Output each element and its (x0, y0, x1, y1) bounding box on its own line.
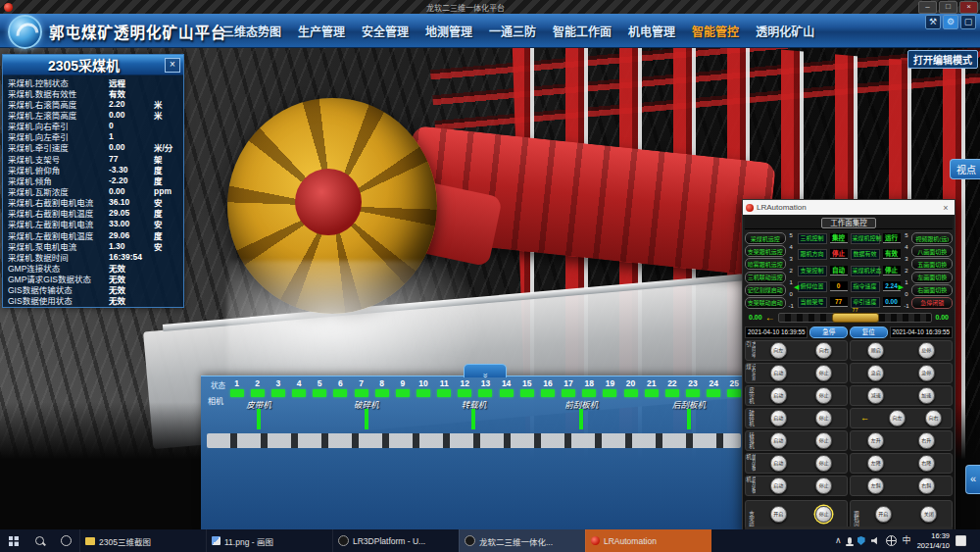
taskbar-task[interactable]: 11.png - 画图 (206, 529, 332, 552)
control-button[interactable]: 总停 (918, 342, 935, 359)
control-button[interactable]: 停止 (815, 365, 832, 381)
control-button[interactable]: 启动 (770, 387, 787, 404)
camera-filmstrip[interactable] (207, 433, 741, 448)
control-row: 前刮板机 启动 停止 (745, 453, 848, 474)
control-button[interactable]: 右降 (918, 455, 935, 472)
control-button[interactable]: 加速 (918, 387, 935, 404)
gear-icon[interactable]: ⚙ (943, 15, 958, 29)
control-button[interactable]: 顺启 (867, 342, 884, 359)
control-button[interactable]: 启动 (770, 477, 787, 494)
search-button[interactable] (26, 529, 53, 552)
maximize-button[interactable]: □ (939, 1, 957, 14)
control-button[interactable]: 急启 (867, 365, 884, 381)
control-button[interactable]: 右斜 (918, 477, 935, 494)
control-button[interactable]: 启动 (770, 455, 787, 472)
tools-icon[interactable]: ⚒ (925, 15, 941, 29)
shearer-panel-close-icon[interactable]: × (165, 58, 180, 73)
control-button[interactable]: 停止 (815, 477, 832, 494)
speaker-icon[interactable] (871, 536, 880, 545)
shearer-row: GMP连接状态 无效 (8, 262, 179, 273)
taskbar-task[interactable]: 2305三维截图 (79, 529, 206, 552)
taskbar-task[interactable]: LR3DPlatform - U... (332, 529, 459, 552)
camera-thumbnail[interactable] (471, 409, 475, 429)
nav-item[interactable]: 一通三防 (489, 23, 536, 39)
control-rows-right: ← 顺启 总停 ← 急启 急停 (850, 340, 953, 498)
lr-video-button[interactable]: 急停闭锁 (911, 297, 953, 309)
tray-expand-icon[interactable]: ∧ (835, 536, 842, 545)
control-button[interactable]: 向右 (925, 410, 942, 427)
nav-item[interactable]: 安全管理 (362, 23, 409, 39)
control-button[interactable]: 启动 (770, 432, 787, 449)
reset-button[interactable]: 复位 (850, 326, 888, 338)
control-button[interactable]: 右升 (918, 432, 935, 449)
collapse-right-icon[interactable]: « (965, 465, 980, 494)
nav-item[interactable]: 透明化矿山 (756, 23, 814, 39)
control-button[interactable]: 启动 (770, 410, 787, 427)
nav-item[interactable]: 地测管理 (425, 23, 472, 39)
control-button[interactable]: 停止 (815, 410, 832, 427)
lr-mode-button[interactable]: 支架联动启动 (745, 297, 786, 309)
lr-mode-button[interactable]: 三机联动远控 (745, 272, 786, 283)
control-button[interactable]: 向左 (889, 410, 906, 427)
camera-thumbnail[interactable] (365, 409, 368, 429)
control-button[interactable]: 左斜 (867, 477, 884, 494)
security-shield-icon[interactable] (858, 536, 865, 545)
control-button[interactable]: 停止 (815, 455, 832, 472)
start-button[interactable] (0, 529, 26, 552)
camera-thumbnail[interactable] (257, 409, 261, 429)
open-edit-mode-button[interactable]: 打开编辑模式 (907, 50, 978, 69)
lr-mode-button[interactable]: 喷雾跟机远控 (745, 258, 786, 270)
cortana-button[interactable] (53, 529, 79, 552)
estop-button[interactable]: 急停 (809, 326, 848, 338)
network-icon[interactable] (886, 535, 897, 546)
ime-indicator[interactable]: 中 (903, 536, 911, 545)
nav-item[interactable]: 生产管理 (298, 23, 345, 39)
status-label: 指令速度 (851, 281, 880, 292)
lr-mode-button[interactable]: 记忆割煤启动 (745, 284, 786, 296)
control-button[interactable]: 停止 (815, 387, 832, 404)
fog-open-button[interactable]: 开启 (770, 506, 787, 523)
control-button[interactable]: 向右 (815, 342, 832, 359)
channel-cell: 21 (641, 378, 662, 397)
lr-mode-button[interactable]: 采煤机远控 (745, 232, 786, 244)
lr-video-button[interactable]: 右画面切换 (911, 284, 953, 296)
flash-close-button[interactable]: 关闭 (920, 506, 937, 523)
fullscreen-icon[interactable]: ▢ (960, 15, 976, 29)
notification-center-icon[interactable] (956, 535, 966, 546)
lr-video-button[interactable]: 视频跟机(远) (911, 232, 953, 244)
flash-open-button[interactable]: 开启 (875, 506, 892, 523)
fog-stop-button[interactable]: 停止 (815, 506, 832, 523)
lr-mode-button[interactable]: 支架跟机远控 (745, 245, 786, 257)
viewpoint-tab[interactable]: 视点 (950, 159, 980, 179)
minimize-button[interactable]: – (918, 1, 937, 14)
close-button[interactable]: × (959, 1, 978, 14)
control-button[interactable]: 减速 (867, 387, 884, 404)
shearer-position-slider[interactable]: 77 (778, 313, 933, 323)
taskbar-task[interactable]: 龙软二三维一体化... (459, 529, 585, 552)
nav-item[interactable]: 智能管控 (692, 23, 739, 39)
scale-tick: 4 (787, 244, 796, 250)
camera-thumbnail[interactable] (687, 409, 691, 429)
lr-video-button[interactable]: 五画面切换 (911, 258, 953, 270)
nav-item[interactable]: 智能工作面 (553, 23, 612, 39)
microphone-icon[interactable] (848, 537, 852, 544)
nav-item[interactable]: 三维态势图 (222, 23, 281, 39)
control-button[interactable]: 停止 (815, 432, 832, 449)
control-row-label: 记忆割煤 (746, 364, 756, 382)
control-button[interactable]: 急停 (918, 365, 935, 381)
nav-item[interactable]: 机电管理 (628, 23, 675, 39)
status-label: 采煤机控制 (851, 233, 880, 244)
shearer-row: 采煤机.俯仰角 -3.30 度 (8, 164, 179, 175)
lr-video-button[interactable]: 八画面切换 (911, 245, 953, 257)
control-button[interactable]: 左降 (867, 455, 884, 472)
control-button[interactable]: 向左 (770, 342, 787, 359)
taskbar-task[interactable]: LRAutomation (585, 529, 711, 552)
control-button[interactable]: 启动 (770, 365, 787, 381)
camera-thumbnail[interactable] (579, 409, 583, 429)
lr-video-button[interactable]: 左画面切换 (911, 272, 953, 283)
control-button[interactable]: 左升 (867, 432, 884, 449)
channel-status-indicator (355, 389, 368, 397)
lr-close-icon[interactable]: × (940, 203, 952, 213)
clock[interactable]: 16:39 2021/4/10 (917, 531, 950, 551)
camera-panel-collapse-tab[interactable]: « (464, 364, 507, 377)
